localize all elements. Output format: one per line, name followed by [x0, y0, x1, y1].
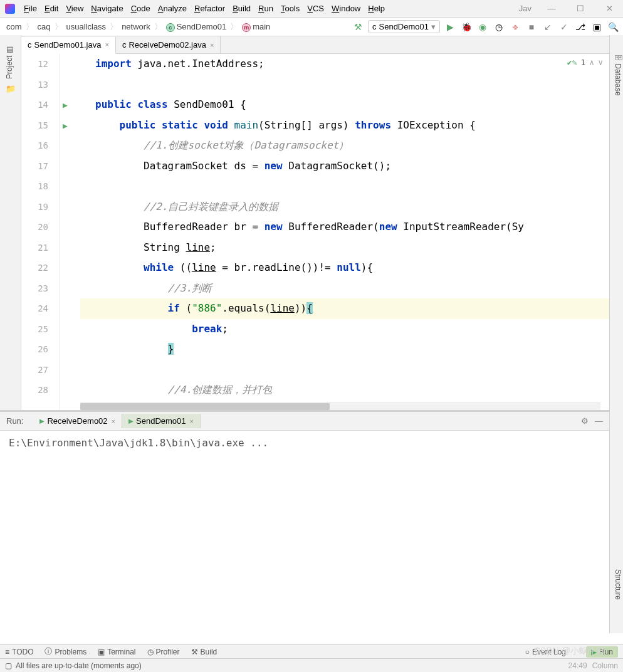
column-label[interactable]: Column [592, 661, 618, 670]
code-line[interactable]: String line; [80, 238, 609, 258]
horizontal-scrollbar[interactable] [80, 402, 600, 410]
project-tool-button[interactable]: Project ▥ [5, 46, 14, 79]
debug-icon[interactable]: 🐞 [460, 21, 473, 33]
menu-file[interactable]: File [20, 3, 41, 14]
menu-view[interactable]: View [62, 3, 87, 14]
menu-navigate[interactable]: Navigate [87, 3, 127, 14]
hammer-icon[interactable]: ⚒ [352, 21, 364, 33]
close-icon[interactable]: × [105, 41, 108, 48]
run-anything-icon[interactable]: ▣ [590, 21, 603, 33]
code-line[interactable]: import java.net.InetAddress; [80, 54, 609, 75]
breadcrumb[interactable]: com〉caq〉usuallclass〉network〉cSendDemo01〉… [4, 21, 273, 33]
line-number[interactable]: 20 [21, 217, 60, 238]
database-tool-button[interactable]: 🗄 Database [614, 54, 622, 96]
run-tab-ReceiveDemo02[interactable]: ▶ReceiveDemo02× [33, 414, 122, 428]
hide-icon[interactable]: — [595, 416, 603, 426]
crumb-usuallclass[interactable]: usuallclass [64, 22, 109, 31]
menu-tools[interactable]: Tools [277, 3, 303, 14]
coverage-icon[interactable]: ◉ [476, 21, 489, 33]
line-number[interactable]: 18 [21, 176, 60, 197]
code-line[interactable]: break; [80, 319, 609, 340]
menu-vcs[interactable]: VCS [303, 3, 328, 14]
status-icon[interactable]: ▢ [5, 661, 12, 670]
line-number[interactable]: 21 [21, 238, 60, 258]
inspection-widget[interactable]: ✔✎ 1 ∧ ∨ [567, 58, 603, 67]
code-line[interactable]: //3.判断 [80, 278, 609, 299]
line-number[interactable]: 12 [21, 54, 60, 75]
line-number[interactable]: 14 [21, 95, 60, 115]
caret-position[interactable]: 24:49 [568, 661, 587, 670]
code-line[interactable]: public class SendDemo01 { [80, 95, 609, 115]
menu-run[interactable]: Run [254, 3, 277, 14]
code-line[interactable]: BufferedReader br = new BufferedReader(n… [80, 217, 609, 238]
minimize-button[interactable]: — [543, 3, 560, 15]
line-number[interactable]: 16 [21, 135, 60, 156]
vcs-update-icon[interactable]: ↙ [542, 21, 554, 33]
code-line[interactable] [80, 360, 609, 381]
build-button[interactable]: ⚒Build [191, 648, 217, 656]
crumb-com[interactable]: com [4, 22, 24, 31]
crumb-SendDemo01[interactable]: cSendDemo01 [164, 22, 229, 32]
menu-refactor[interactable]: Refactor [191, 3, 229, 14]
code-line[interactable]: public static void main(String[] args) t… [80, 115, 609, 136]
menu-build[interactable]: Build [229, 3, 254, 14]
attach-icon[interactable]: ⎆ [509, 21, 521, 33]
menu-help[interactable]: Help [364, 3, 389, 14]
close-icon[interactable]: × [112, 417, 115, 425]
maximize-button[interactable]: ☐ [572, 3, 589, 15]
search-icon[interactable]: 🔍 [607, 21, 619, 33]
close-icon[interactable]: × [210, 41, 214, 49]
line-number[interactable]: 24 [21, 298, 60, 319]
vcs-commit-icon[interactable]: ✓ [558, 21, 570, 33]
code-line[interactable]: //4.创建数据，并打包 [80, 380, 609, 401]
code-line[interactable]: } [80, 339, 609, 360]
line-number[interactable]: 13 [21, 75, 60, 95]
gutter[interactable]: 1213141516171819202122232425262728 [21, 54, 60, 410]
crumb-caq[interactable]: caq [35, 22, 53, 31]
project-folder-icon[interactable]: 📁 [6, 84, 16, 94]
line-number[interactable]: 17 [21, 156, 60, 177]
code-editor[interactable]: 1213141516171819202122232425262728 ▶▶💡 i… [21, 54, 609, 410]
settings-icon[interactable]: ⚙ [581, 416, 589, 426]
line-number[interactable]: 23 [21, 278, 60, 299]
line-number[interactable]: 19 [21, 197, 60, 218]
gutter-run-icon[interactable]: ▶ [63, 121, 68, 130]
code-area[interactable]: import java.net.InetAddress;public class… [80, 54, 609, 401]
down-icon[interactable]: ∨ [598, 58, 603, 67]
tab-ReceiveDemo02.java[interactable]: cReceiveDemo02.java× [116, 36, 221, 53]
line-number[interactable]: 25 [21, 319, 60, 340]
line-number[interactable]: 28 [21, 380, 60, 401]
structure-tool-button[interactable]: Structure [614, 569, 622, 600]
todo-button[interactable]: ≡TODO [5, 648, 33, 656]
close-icon[interactable]: × [190, 417, 194, 425]
gutter-run-icon[interactable]: ▶ [63, 100, 68, 110]
console-output[interactable]: E:\Environment\Java\jdk1.8\bin\java.exe … [0, 431, 609, 455]
profiler-icon[interactable]: ◷ [493, 21, 505, 33]
crumb-network[interactable]: network [119, 22, 153, 31]
close-button[interactable]: ✕ [600, 3, 618, 15]
code-line[interactable] [80, 75, 609, 95]
menu-code[interactable]: Code [127, 3, 154, 14]
crumb-main[interactable]: mmain [239, 22, 273, 32]
menu-window[interactable]: Window [328, 3, 364, 14]
code-line[interactable]: //2.自己封装键盘录入的数据 [80, 197, 609, 218]
line-number[interactable]: 22 [21, 258, 60, 278]
code-line[interactable]: if ("886".equals(line)){ [80, 298, 609, 319]
run-configuration-dropdown[interactable]: c SendDemo01 ▾ [368, 20, 440, 33]
line-number[interactable]: 15 [21, 115, 60, 136]
menu-analyze[interactable]: Analyze [154, 3, 191, 14]
code-line[interactable] [80, 176, 609, 197]
menu-edit[interactable]: Edit [41, 3, 62, 14]
run-tab-SendDemo01[interactable]: ▶SendDemo01× [122, 414, 201, 428]
git-icon[interactable]: ⎇ [574, 21, 587, 33]
code-line[interactable]: while ((line = br.readLine())!= null){ [80, 258, 609, 278]
run-icon[interactable]: ▶ [444, 21, 456, 33]
up-icon[interactable]: ∧ [589, 58, 594, 67]
terminal-button[interactable]: ▣Terminal [98, 648, 135, 656]
tab-SendDemo01.java[interactable]: cSendDemo01.java× [21, 37, 116, 54]
code-line[interactable]: //1.创建socket对象（Datagramsocket） [80, 135, 609, 156]
stop-icon[interactable]: ■ [525, 21, 538, 33]
line-number[interactable]: 27 [21, 360, 60, 381]
profiler-button[interactable]: ◷Profiler [147, 648, 180, 656]
line-number[interactable]: 26 [21, 339, 60, 360]
